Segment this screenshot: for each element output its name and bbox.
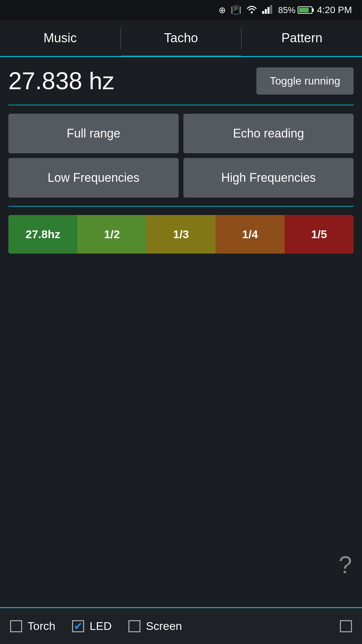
battery-indicator: 85%: [278, 5, 312, 15]
screen-indicator-box: [340, 620, 352, 632]
high-frequencies-button[interactable]: High Frequencies: [183, 158, 354, 198]
harmonic-button-4[interactable]: 1/5: [285, 215, 354, 254]
svg-rect-4: [270, 5, 272, 14]
status-time: 4:20 PM: [317, 5, 352, 15]
status-icons: ⊕ 📳 85% 4:20: [219, 4, 352, 16]
tab-music[interactable]: Music: [0, 20, 120, 56]
wifi-icon: [246, 4, 257, 16]
checkmark-icon: ✔: [74, 621, 83, 632]
full-range-button[interactable]: Full range: [8, 114, 179, 153]
led-item: ✔ LED: [72, 620, 112, 633]
help-button[interactable]: ?: [339, 553, 352, 577]
harmonic-buttons-row: 27.8hz 1/2 1/3 1/4 1/5: [8, 215, 354, 254]
harmonic-button-2[interactable]: 1/3: [146, 215, 216, 254]
vibrate-icon: 📳: [231, 5, 241, 15]
battery-percent: 85%: [278, 5, 296, 15]
main-content: 27.838 hz Toggle running Full range Echo…: [0, 57, 362, 264]
mode-buttons-grid: Full range Echo reading Low Frequencies …: [8, 114, 354, 198]
tabs-bar: Music Tacho Pattern: [0, 20, 362, 57]
low-frequencies-button[interactable]: Low Frequencies: [8, 158, 179, 198]
harmonic-button-0[interactable]: 27.8hz: [8, 215, 77, 254]
divider-1: [8, 105, 354, 105]
tab-pattern[interactable]: Pattern: [242, 20, 362, 56]
torch-label: Torch: [27, 620, 55, 633]
harmonic-button-3[interactable]: 1/4: [216, 215, 285, 254]
svg-rect-3: [267, 7, 269, 14]
screen-checkbox[interactable]: [128, 620, 140, 632]
svg-rect-1: [262, 11, 264, 14]
signal-icon: [262, 4, 274, 16]
battery-icon: [298, 6, 312, 14]
tab-tacho[interactable]: Tacho: [121, 20, 241, 56]
frequency-display: 27.838 hz: [8, 67, 114, 95]
bottom-bar: Torch ✔ LED Screen: [0, 607, 362, 644]
screen-item: Screen: [128, 620, 182, 633]
gps-icon: ⊕: [219, 5, 226, 15]
harmonic-button-1[interactable]: 1/2: [77, 215, 146, 254]
toggle-running-button[interactable]: Toggle running: [256, 67, 354, 95]
status-bar: ⊕ 📳 85% 4:20: [0, 0, 362, 20]
echo-reading-button[interactable]: Echo reading: [183, 114, 354, 153]
led-label: LED: [89, 620, 112, 633]
torch-item: Torch: [10, 620, 55, 633]
frequency-row: 27.838 hz Toggle running: [8, 67, 354, 95]
svg-rect-2: [265, 9, 267, 14]
svg-point-0: [251, 11, 253, 13]
led-checkbox[interactable]: ✔: [72, 620, 84, 632]
screen-label: Screen: [146, 620, 182, 633]
torch-checkbox[interactable]: [10, 620, 22, 632]
divider-2: [8, 206, 354, 207]
